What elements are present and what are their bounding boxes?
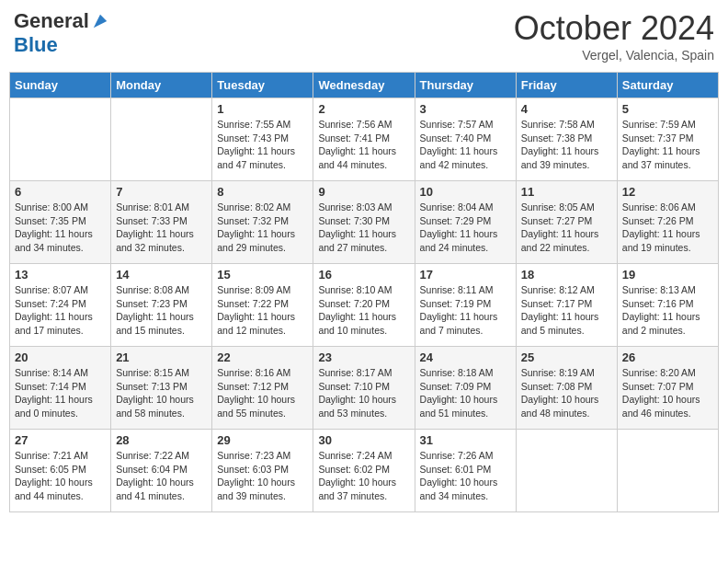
day-info: Sunrise: 8:14 AM Sunset: 7:14 PM Dayligh… <box>15 366 106 420</box>
calendar-cell: 11Sunrise: 8:05 AM Sunset: 7:27 PM Dayli… <box>516 181 617 264</box>
day-number: 6 <box>15 185 106 199</box>
calendar-week-row: 13Sunrise: 8:07 AM Sunset: 7:24 PM Dayli… <box>10 264 719 347</box>
logo-blue-text: Blue <box>14 33 58 57</box>
day-number: 27 <box>15 433 106 447</box>
day-info: Sunrise: 8:13 AM Sunset: 7:16 PM Dayligh… <box>622 283 713 338</box>
day-number: 28 <box>116 433 207 447</box>
month-title: October 2024 <box>514 9 714 48</box>
day-info: Sunrise: 8:15 AM Sunset: 7:13 PM Dayligh… <box>116 366 207 420</box>
day-info: Sunrise: 8:16 AM Sunset: 7:12 PM Dayligh… <box>217 366 308 420</box>
day-info: Sunrise: 8:07 AM Sunset: 7:24 PM Dayligh… <box>15 283 106 338</box>
location-subtitle: Vergel, Valencia, Spain <box>514 48 714 63</box>
calendar-week-row: 20Sunrise: 8:14 AM Sunset: 7:14 PM Dayli… <box>10 347 719 430</box>
day-number: 1 <box>217 102 308 116</box>
calendar-cell: 23Sunrise: 8:17 AM Sunset: 7:10 PM Dayli… <box>313 347 415 430</box>
calendar-week-row: 6Sunrise: 8:00 AM Sunset: 7:35 PM Daylig… <box>10 181 719 264</box>
calendar-cell: 27Sunrise: 7:21 AM Sunset: 6:05 PM Dayli… <box>10 430 111 512</box>
calendar-cell: 19Sunrise: 8:13 AM Sunset: 7:16 PM Dayli… <box>617 264 718 347</box>
day-info: Sunrise: 7:26 AM Sunset: 6:01 PM Dayligh… <box>420 449 511 503</box>
calendar-cell: 30Sunrise: 7:24 AM Sunset: 6:02 PM Dayli… <box>313 430 415 512</box>
calendar-cell: 8Sunrise: 8:02 AM Sunset: 7:32 PM Daylig… <box>212 181 313 264</box>
day-number: 17 <box>420 268 511 282</box>
calendar-cell: 13Sunrise: 8:07 AM Sunset: 7:24 PM Dayli… <box>10 264 111 347</box>
day-number: 25 <box>521 350 612 364</box>
day-info: Sunrise: 8:00 AM Sunset: 7:35 PM Dayligh… <box>15 201 106 255</box>
calendar-header-wednesday: Wednesday <box>313 73 415 98</box>
calendar-header-friday: Friday <box>516 73 617 98</box>
day-number: 16 <box>318 268 409 282</box>
day-number: 29 <box>217 433 308 447</box>
calendar-cell: 6Sunrise: 8:00 AM Sunset: 7:35 PM Daylig… <box>10 181 111 264</box>
calendar-header-row: SundayMondayTuesdayWednesdayThursdayFrid… <box>10 73 719 98</box>
calendar-header-tuesday: Tuesday <box>212 73 313 98</box>
day-number: 13 <box>15 268 106 282</box>
day-number: 22 <box>217 350 308 364</box>
calendar-cell: 16Sunrise: 8:10 AM Sunset: 7:20 PM Dayli… <box>313 264 415 347</box>
calendar-cell: 14Sunrise: 8:08 AM Sunset: 7:23 PM Dayli… <box>111 264 212 347</box>
day-info: Sunrise: 8:05 AM Sunset: 7:27 PM Dayligh… <box>521 201 612 255</box>
day-number: 12 <box>622 185 713 199</box>
calendar-cell: 25Sunrise: 8:19 AM Sunset: 7:08 PM Dayli… <box>516 347 617 430</box>
calendar-cell: 18Sunrise: 8:12 AM Sunset: 7:17 PM Dayli… <box>516 264 617 347</box>
day-number: 10 <box>420 185 511 199</box>
day-info: Sunrise: 8:09 AM Sunset: 7:22 PM Dayligh… <box>217 283 308 338</box>
calendar-cell: 7Sunrise: 8:01 AM Sunset: 7:33 PM Daylig… <box>111 181 212 264</box>
title-section: October 2024 Vergel, Valencia, Spain <box>514 9 714 63</box>
day-info: Sunrise: 7:22 AM Sunset: 6:04 PM Dayligh… <box>116 449 207 503</box>
day-number: 23 <box>318 350 409 364</box>
day-info: Sunrise: 8:03 AM Sunset: 7:30 PM Dayligh… <box>318 201 409 255</box>
day-number: 4 <box>521 102 612 116</box>
calendar-cell <box>516 430 617 512</box>
day-info: Sunrise: 8:18 AM Sunset: 7:09 PM Dayligh… <box>420 366 511 420</box>
day-info: Sunrise: 8:06 AM Sunset: 7:26 PM Dayligh… <box>622 201 713 255</box>
day-info: Sunrise: 8:10 AM Sunset: 7:20 PM Dayligh… <box>318 283 409 338</box>
day-info: Sunrise: 8:17 AM Sunset: 7:10 PM Dayligh… <box>318 366 409 420</box>
day-info: Sunrise: 8:04 AM Sunset: 7:29 PM Dayligh… <box>420 201 511 255</box>
day-number: 14 <box>116 268 207 282</box>
day-number: 7 <box>116 185 207 199</box>
calendar-cell: 3Sunrise: 7:57 AM Sunset: 7:40 PM Daylig… <box>415 98 516 181</box>
day-number: 21 <box>116 350 207 364</box>
day-info: Sunrise: 8:19 AM Sunset: 7:08 PM Dayligh… <box>521 366 612 420</box>
calendar-cell: 29Sunrise: 7:23 AM Sunset: 6:03 PM Dayli… <box>212 430 313 512</box>
calendar-cell: 10Sunrise: 8:04 AM Sunset: 7:29 PM Dayli… <box>415 181 516 264</box>
calendar-cell: 21Sunrise: 8:15 AM Sunset: 7:13 PM Dayli… <box>111 347 212 430</box>
calendar-cell: 4Sunrise: 7:58 AM Sunset: 7:38 PM Daylig… <box>516 98 617 181</box>
calendar-table: SundayMondayTuesdayWednesdayThursdayFrid… <box>9 72 719 512</box>
day-number: 11 <box>521 185 612 199</box>
day-number: 20 <box>15 350 106 364</box>
calendar-week-row: 1Sunrise: 7:55 AM Sunset: 7:43 PM Daylig… <box>10 98 719 181</box>
day-info: Sunrise: 8:08 AM Sunset: 7:23 PM Dayligh… <box>116 283 207 338</box>
calendar-cell: 12Sunrise: 8:06 AM Sunset: 7:26 PM Dayli… <box>617 181 718 264</box>
calendar-cell <box>111 98 212 181</box>
svg-marker-0 <box>94 15 107 28</box>
calendar-cell: 22Sunrise: 8:16 AM Sunset: 7:12 PM Dayli… <box>212 347 313 430</box>
day-info: Sunrise: 8:11 AM Sunset: 7:19 PM Dayligh… <box>420 283 511 338</box>
calendar-cell: 1Sunrise: 7:55 AM Sunset: 7:43 PM Daylig… <box>212 98 313 181</box>
day-number: 18 <box>521 268 612 282</box>
day-number: 24 <box>420 350 511 364</box>
calendar-cell: 24Sunrise: 8:18 AM Sunset: 7:09 PM Dayli… <box>415 347 516 430</box>
day-info: Sunrise: 7:56 AM Sunset: 7:41 PM Dayligh… <box>318 118 409 172</box>
day-info: Sunrise: 7:59 AM Sunset: 7:37 PM Dayligh… <box>622 118 713 172</box>
day-info: Sunrise: 8:01 AM Sunset: 7:33 PM Dayligh… <box>116 201 207 255</box>
day-number: 19 <box>622 268 713 282</box>
calendar-week-row: 27Sunrise: 7:21 AM Sunset: 6:05 PM Dayli… <box>10 430 719 512</box>
calendar-cell: 20Sunrise: 8:14 AM Sunset: 7:14 PM Dayli… <box>10 347 111 430</box>
day-number: 8 <box>217 185 308 199</box>
day-info: Sunrise: 7:58 AM Sunset: 7:38 PM Dayligh… <box>521 118 612 172</box>
page-header: General Blue October 2024 Vergel, Valenc… <box>9 9 719 63</box>
day-info: Sunrise: 7:21 AM Sunset: 6:05 PM Dayligh… <box>15 449 106 503</box>
day-info: Sunrise: 7:57 AM Sunset: 7:40 PM Dayligh… <box>420 118 511 172</box>
calendar-header-sunday: Sunday <box>10 73 111 98</box>
logo-general-text: General <box>14 9 89 33</box>
calendar-cell <box>617 430 718 512</box>
day-number: 30 <box>318 433 409 447</box>
calendar-cell: 9Sunrise: 8:03 AM Sunset: 7:30 PM Daylig… <box>313 181 415 264</box>
day-number: 5 <box>622 102 713 116</box>
logo: General Blue <box>14 9 108 57</box>
day-number: 31 <box>420 433 511 447</box>
day-info: Sunrise: 7:55 AM Sunset: 7:43 PM Dayligh… <box>217 118 308 172</box>
calendar-cell: 28Sunrise: 7:22 AM Sunset: 6:04 PM Dayli… <box>111 430 212 512</box>
calendar-cell: 2Sunrise: 7:56 AM Sunset: 7:41 PM Daylig… <box>313 98 415 181</box>
